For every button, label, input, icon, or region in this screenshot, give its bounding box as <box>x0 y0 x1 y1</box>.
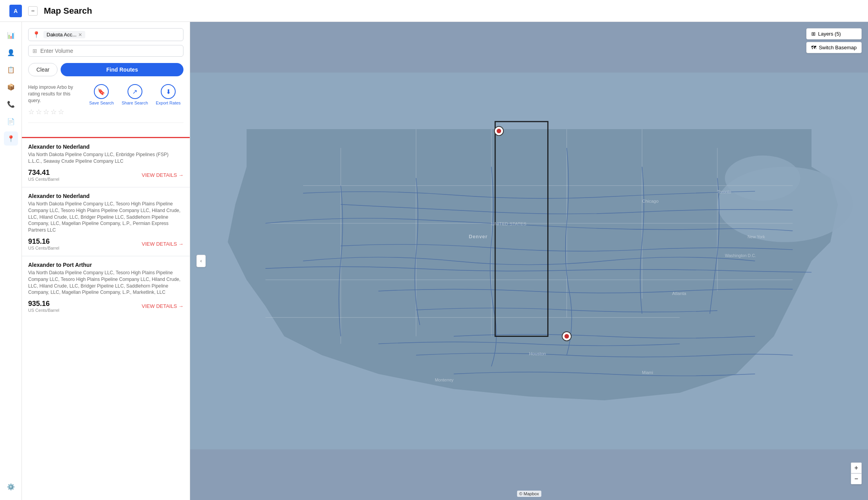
svg-text:Houston: Houston <box>529 351 546 356</box>
zoom-in-button[interactable]: + <box>851 462 862 473</box>
svg-text:Washington D.C.: Washington D.C. <box>725 253 756 258</box>
svg-point-2 <box>725 155 800 201</box>
result-unit-2: US Cents/Barrel <box>28 246 59 250</box>
result-item-2[interactable]: Alexander to Nederland Via North Dakota … <box>22 187 190 256</box>
svg-text:Chicago: Chicago <box>642 199 658 203</box>
svg-text:Miami: Miami <box>642 370 653 375</box>
app-logo: A <box>9 5 22 17</box>
export-rates-label: Export Rates <box>156 101 181 106</box>
switch-basemap-button[interactable]: 🗺 Switch Basemap <box>806 42 862 53</box>
map-container[interactable]: Denver UNITED STATES Chicago Toronto New… <box>190 22 868 500</box>
star-4[interactable]: ☆ <box>50 108 57 116</box>
svg-text:Denver: Denver <box>469 234 487 239</box>
nav-icon-profile[interactable]: 👤 <box>4 45 18 59</box>
result-item-3[interactable]: Alexander to Port Arthur Via North Dakot… <box>22 256 190 318</box>
view-details-btn-1[interactable]: VIEW DETAILS → <box>142 172 183 178</box>
view-details-btn-2[interactable]: VIEW DETAILS → <box>142 241 183 247</box>
svg-point-14 <box>494 126 503 135</box>
result-item-1[interactable]: Alexander to Nederland Via North Dakota … <box>22 137 190 187</box>
nav-icon-settings[interactable]: ⚙️ <box>4 480 18 494</box>
nav-icon-dashboard[interactable]: 📊 <box>4 28 18 42</box>
sidebar-nav: 📊 👤 📋 📦 📞 📄 📍 ⚙️ <box>0 22 22 500</box>
mapbox-attribution: © Mapbox <box>517 491 541 497</box>
page-title: Map Search <box>44 6 92 16</box>
svg-point-17 <box>564 334 569 339</box>
svg-point-1 <box>717 167 853 242</box>
location-pin-icon: 📍 <box>32 31 40 38</box>
nav-icon-documents[interactable]: 📄 <box>4 114 18 128</box>
layers-icon: ⊞ <box>811 31 816 37</box>
result-title-2: Alexander to Nederland <box>28 193 183 199</box>
result-unit-3: US Cents/Barrel <box>28 308 59 313</box>
volume-input[interactable] <box>40 48 179 54</box>
result-unit-1: US Cents/Barrel <box>28 177 59 182</box>
result-title-3: Alexander to Port Arthur <box>28 262 183 268</box>
grid-icon: ⊞ <box>32 48 37 54</box>
svg-rect-0 <box>190 73 868 450</box>
clear-button[interactable]: Clear <box>28 63 58 76</box>
volume-input-wrapper[interactable]: ⊞ <box>28 45 183 57</box>
save-search-button[interactable]: 🔖 Save Search <box>89 84 114 106</box>
nav-icon-inventory[interactable]: 📦 <box>4 80 18 94</box>
result-price-3: 935.16 <box>28 300 50 308</box>
share-search-label: Share Search <box>122 101 148 106</box>
svg-text:Atlanta: Atlanta <box>672 291 686 296</box>
zoom-out-button[interactable]: − <box>851 473 862 484</box>
result-via-3: Via North Dakota Pipeline Company LLC, T… <box>28 270 183 296</box>
result-price-1: 734.41 <box>28 169 50 176</box>
export-rates-button[interactable]: ⬇ Export Rates <box>156 84 181 106</box>
star-3[interactable]: ☆ <box>43 108 49 116</box>
svg-point-15 <box>497 129 501 133</box>
map-controls: ⊞ Layers (5) 🗺 Switch Basemap <box>806 28 862 53</box>
svg-text:Toronto: Toronto <box>717 189 731 194</box>
star-5[interactable]: ☆ <box>58 108 64 116</box>
svg-rect-13 <box>495 122 548 336</box>
nav-icon-map[interactable]: 📍 <box>4 131 18 146</box>
nav-icon-contacts[interactable]: 📞 <box>4 97 18 111</box>
result-via-1: Via North Dakota Pipeline Company LLC, E… <box>28 151 183 165</box>
result-via-2: Via North Dakota Pipeline Company LLC, T… <box>28 201 183 234</box>
results-list: Alexander to Nederland Via North Dakota … <box>22 137 190 500</box>
svg-text:UNITED STATES: UNITED STATES <box>491 221 527 226</box>
svg-point-16 <box>562 332 571 341</box>
svg-text:Monterrey: Monterrey <box>435 378 454 382</box>
result-price-2: 915.16 <box>28 237 50 245</box>
layers-button[interactable]: ⊞ Layers (5) <box>806 28 862 40</box>
star-2[interactable]: ☆ <box>36 108 42 116</box>
location-input-wrapper[interactable]: 📍 Dakota Acc... ✕ <box>28 28 183 41</box>
save-search-label: Save Search <box>89 101 114 106</box>
find-routes-button[interactable]: Find Routes <box>61 63 183 76</box>
search-panel: 📍 Dakota Acc... ✕ ⊞ Clear Find Routes <box>22 22 190 500</box>
zoom-controls: + − <box>851 462 862 484</box>
expand-icon[interactable]: ⇔ <box>28 6 38 16</box>
basemap-icon: 🗺 <box>811 45 816 50</box>
rating-text: Help improve Arbo by rating results for … <box>28 84 83 104</box>
result-title-1: Alexander to Nederland <box>28 144 183 150</box>
tag-close-icon[interactable]: ✕ <box>78 32 82 38</box>
collapse-panel-button[interactable]: ‹ <box>196 255 206 267</box>
nav-icon-reports[interactable]: 📋 <box>4 63 18 77</box>
svg-text:New York: New York <box>748 234 765 239</box>
star-1[interactable]: ☆ <box>28 108 34 116</box>
view-details-btn-3[interactable]: VIEW DETAILS → <box>142 303 183 309</box>
share-search-button[interactable]: ↗ Share Search <box>122 84 148 106</box>
location-tag[interactable]: Dakota Acc... ✕ <box>43 31 85 38</box>
